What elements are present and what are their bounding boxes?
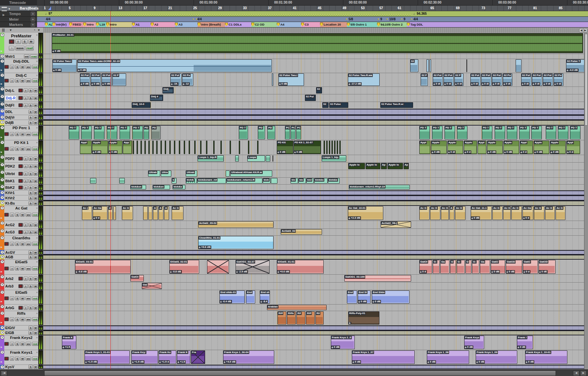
track-name[interactable]: PDP2 — [5, 157, 15, 161]
track-name[interactable]: AGB — [5, 255, 13, 259]
clip-kic[interactable]: kic — [291, 178, 298, 184]
input-monitor-button[interactable]: I — [10, 147, 14, 151]
clip-apple[interactable]: Apple0 d — [464, 141, 477, 154]
track-height-icon[interactable]: ||| — [2, 28, 5, 32]
track-name[interactable]: AcGV — [5, 250, 15, 254]
clip-gatol[interactable]: GatOl — [130, 275, 144, 282]
clip-a[interactable]: A — [164, 206, 169, 220]
record-button[interactable] — [18, 89, 23, 92]
scroll-left-button[interactable]: ◀ — [573, 370, 579, 376]
record-button[interactable] — [18, 223, 23, 227]
track-header-frank-keys2[interactable]: ▾▶Frank Keys2▾ISMwvred — [0, 335, 43, 350]
solo-button[interactable]: S — [28, 191, 33, 195]
input-monitor-button[interactable]: I — [24, 186, 28, 189]
clip-apple[interactable]: Apple0 dB — [431, 141, 447, 154]
lane-ddl[interactable] — [43, 109, 584, 115]
clip-kick-[interactable]: kick& — [186, 178, 197, 184]
vertical-scroll-thumb[interactable] — [585, 34, 588, 126]
clip-rif[interactable]: Rif — [296, 311, 305, 325]
clip-frank-keys[interactable]: Frank Keys0 dB — [464, 336, 484, 349]
clip-ac-g[interactable]: Ac G — [122, 206, 133, 220]
clip-02-pul[interactable]: 02 Pul0 dl — [470, 73, 481, 86]
track-header-kysv[interactable]: ▾KysVSM — [0, 365, 43, 369]
ruler-label-markers[interactable]: Markers + — [0, 22, 37, 28]
mute-button[interactable]: M — [33, 191, 38, 195]
record-button[interactable] — [4, 213, 9, 217]
track-name[interactable]: Kt-Bs — [5, 201, 15, 205]
track-name[interactable]: KysV — [5, 365, 14, 369]
clip-kick-sn[interactable]: kick&sn — [153, 185, 170, 189]
solo-button[interactable]: S — [22, 39, 28, 44]
clip-sliver[interactable] — [334, 141, 335, 154]
waveform-view-button[interactable]: wv — [26, 242, 31, 246]
waveform-view-button[interactable]: wv — [26, 65, 31, 69]
track-name[interactable]: DdjB — [5, 121, 14, 125]
mute-button[interactable]: M — [20, 357, 25, 361]
input-monitor-button[interactable]: I — [10, 357, 14, 361]
record-button[interactable] — [18, 103, 23, 107]
track-collapse-icon[interactable]: ▾ — [0, 326, 4, 329]
waveform-view-button[interactable]: wv — [26, 132, 31, 136]
track-name-menu-icon[interactable]: ▾ — [36, 260, 38, 264]
lane-acg2[interactable]: AcGat2_09-02AcGat2_08-( — [43, 221, 584, 229]
lane-ddjvr[interactable] — [43, 115, 584, 120]
mute-button[interactable]: M — [33, 121, 38, 125]
clip-frank-[interactable]: Frank !0 dE — [517, 336, 533, 349]
track-collapse-icon[interactable]: ▾ — [0, 201, 4, 205]
clip-sliver[interactable] — [148, 206, 152, 220]
mute-button[interactable]: M — [33, 230, 38, 234]
lane-arb3[interactable]: Gal — [43, 283, 584, 290]
clip-sliver[interactable] — [119, 178, 125, 184]
lane-premaster[interactable]: PreMaster_04-010 dB — [43, 33, 584, 54]
lane-frank-keys2[interactable]: Frank K+1.5Frank Keys 2_00 dBFrank Keys0… — [43, 335, 584, 350]
record-button[interactable] — [4, 342, 9, 346]
input-monitor-button[interactable]: I — [24, 284, 28, 288]
track-header-ac-gat[interactable]: ▾▶Ac Gat▾ISMwvred — [0, 206, 43, 221]
clip-frank-key-[interactable]: Frank Key:+1.5 dB — [131, 350, 158, 364]
solo-button[interactable]: S — [15, 342, 19, 346]
track-header-agb[interactable]: ▾AGBSM — [0, 255, 43, 260]
clip-sliver[interactable] — [235, 155, 239, 162]
clip-sliver[interactable] — [326, 141, 328, 154]
clip-pd-t[interactable]: PD T — [570, 126, 580, 139]
clip-pd[interactable]: PD — [151, 126, 161, 139]
lane-arb2[interactable]: GatOlGatOD1_03-100 — [43, 275, 584, 283]
clip-02-pulse-t[interactable]: 02 Pulse T-4.3 dB — [566, 59, 584, 72]
voice-selector-icon[interactable]: ▶ — [1, 270, 2, 273]
track-collapse-icon[interactable]: ▾ — [0, 185, 4, 188]
record-button[interactable] — [18, 284, 23, 288]
clip-sliver[interactable] — [266, 155, 270, 162]
clip-pd-t[interactable]: PD T — [81, 126, 92, 139]
input-monitor-button[interactable]: I — [24, 103, 28, 107]
timeline-scroll-strip[interactable] — [43, 28, 580, 33]
meter-ruler[interactable]: ▾▾▾▾▾▾▾4/44/45/8910/894/4 — [37, 17, 588, 22]
input-monitor-button[interactable]: I — [24, 89, 28, 92]
marker-label[interactable]: L19 — [100, 23, 105, 26]
clip-kick-snare-return1-r[interactable]: kick&snare_return1-R — [226, 178, 262, 184]
clip-sliver[interactable] — [194, 141, 196, 154]
track-header-acg2[interactable]: ▾AcG2ISM — [0, 221, 43, 229]
track-name[interactable]: ElGB — [5, 331, 14, 335]
clip-a[interactable]: A — [159, 206, 163, 220]
clip-ril[interactable]: Ril — [315, 311, 324, 325]
mute-button[interactable]: M — [20, 79, 25, 83]
track-name[interactable]: BbK1 — [5, 179, 15, 183]
track-collapse-icon[interactable]: ▾ — [0, 331, 4, 334]
clip-gatod[interactable]: GatOD0 dB — [506, 260, 522, 274]
mute-button[interactable]: M — [20, 132, 25, 136]
clip-gatod1-03-37[interactable]: GatOD1_03-37-2.9 dB — [236, 260, 270, 274]
marker-label[interactable]: Intro — [87, 23, 94, 26]
track-collapse-icon[interactable]: ▾ — [0, 155, 4, 159]
track-header-mstr1[interactable]: ▾Mstr1volread — [0, 54, 43, 59]
clip-elgats-01-01[interactable]: ElGatS_01-01+0.6 dB — [277, 260, 324, 274]
track-name[interactable]: Arb3 — [5, 284, 13, 288]
record-button[interactable] — [4, 65, 9, 69]
voice-selector-icon[interactable]: ▶ — [1, 361, 2, 363]
track-header-ddjb[interactable]: ▾DdjBSM — [0, 120, 43, 126]
mute-button[interactable]: M — [33, 164, 38, 168]
mute-button[interactable]: M — [33, 250, 38, 254]
track-name[interactable]: Ddj-L — [5, 89, 14, 92]
marker-label[interactable]: 9&10/8 Outro 2 — [381, 23, 403, 26]
lane-didj-ddl[interactable]: 02 Pulse Two.l0 dB02 Pulse Two.L.wav-DCR… — [43, 59, 584, 73]
tempo-ruler[interactable]: ♩97♩94.365▾▾▾▾▾▾▾▾▾▾▾▾▾▾▾▾▾▾▾▾▾▾▾▾▾▾▾▾▾▾… — [37, 11, 588, 17]
